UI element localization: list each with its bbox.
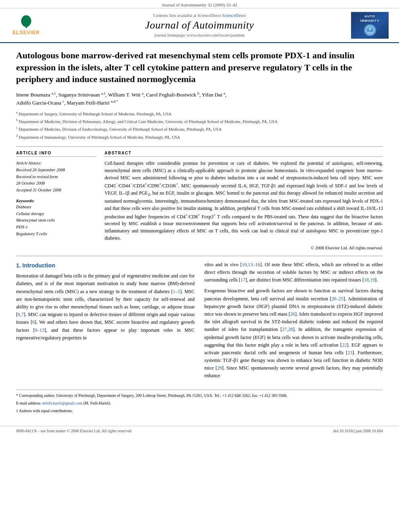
article-history: Article history: Received 26 September 2… xyxy=(16,160,97,194)
abstract-heading: ABSTRACT xyxy=(105,151,383,157)
fn-email-label: E-mail address: xyxy=(16,401,41,405)
ref-26[interactable]: 26 xyxy=(290,311,295,317)
abstract-column: ABSTRACT Cell-based therapies offer cons… xyxy=(105,151,383,250)
intro-para-2: vitro and in vivo [10,13–16]. Of note th… xyxy=(204,261,383,284)
article-info-heading: ARTICLE INFO xyxy=(16,151,97,157)
affil-a: a Department of Surgery, University of P… xyxy=(16,110,383,117)
ref-6-7[interactable]: 6,7 xyxy=(18,312,24,317)
copyright-text: 0896-8411/$ – see front matter © 2008 El… xyxy=(16,429,132,433)
kw-msc: Mesencymal stem cells xyxy=(16,217,97,224)
ref-8[interactable]: 8 xyxy=(32,319,35,325)
main-content: Autologous bone marrow-derived rat mesen… xyxy=(0,43,399,422)
intro-para-3: Exogenous bioactive and growth factors a… xyxy=(204,287,383,380)
intro-section-heading: 1. Introduction xyxy=(16,261,195,270)
article-info-column: ARTICLE INFO Article history: Received 2… xyxy=(16,151,97,250)
autoimmunity-icon xyxy=(365,25,375,35)
affil-d: d Department of Immunology, University o… xyxy=(16,134,383,141)
section-title: Introduction xyxy=(23,262,56,269)
affil-c: c Department of Medicine, Division of En… xyxy=(16,125,383,133)
intro-right-col: vitro and in vivo [10,13–16]. Of note th… xyxy=(204,261,383,383)
fn-corresponding-text: * Corresponding author. University of Pi… xyxy=(16,393,288,398)
fn-email: E-mail address: mfeili.hariri@gmail.com … xyxy=(16,400,383,407)
accepted-label: Accepted 31 October 2008 xyxy=(16,187,97,194)
elsevier-logo: ELSEVIER xyxy=(8,15,44,35)
divider-1 xyxy=(16,146,383,147)
autoimmunity-logo-area: AUTOIMMUNITY xyxy=(351,12,391,39)
keywords-block: Keywords: Diabetes Cellular therapy Mese… xyxy=(16,199,97,238)
doi-text: doi:10.1016/j.jaut.2008.10.004 xyxy=(333,429,383,433)
ref-18-19[interactable]: 18,19 xyxy=(364,277,375,283)
journal-ref: Journal of Autoimmunity 32 (2009) 33–42 xyxy=(162,2,237,7)
article-title: Autologous bone marrow-derived rat mesen… xyxy=(16,49,383,85)
history-label: Article history: xyxy=(16,160,97,167)
ref-17[interactable]: 17 xyxy=(241,277,245,283)
ref-23[interactable]: 23 xyxy=(348,350,352,355)
ref-22[interactable]: 22 xyxy=(342,342,347,348)
kw-cellular: Cellular therapy xyxy=(16,211,97,218)
autoimmunity-logo-circle xyxy=(364,24,376,36)
author-imene: Imene Boumaza a,1, Suganya Srinivasan a,… xyxy=(16,92,226,98)
ref-27-28[interactable]: 27,28 xyxy=(282,327,293,332)
kw-pdx1: PDX-1 xyxy=(16,224,97,231)
ref-20-25[interactable]: 20–25 xyxy=(331,296,343,302)
fn-email-link[interactable]: mfeili.hariri@gmail.com xyxy=(42,401,82,405)
journal-title: Journal of Autoimmunity xyxy=(48,19,351,31)
keywords-title: Keywords: xyxy=(16,199,97,203)
svg-point-5 xyxy=(369,27,371,30)
ref-1-5[interactable]: 1–5 xyxy=(173,289,180,294)
bottom-bar: 0896-8411/$ – see front matter © 2008 El… xyxy=(0,426,399,435)
introduction-section: 1. Introduction Restoration of damaged b… xyxy=(16,261,383,383)
received-label: Received 26 September 2008 xyxy=(16,167,97,174)
affil-b: b Department of Medicine, Division of Pu… xyxy=(16,118,383,125)
page: Journal of Autoimmunity 32 (2009) 33–42 … xyxy=(0,0,399,532)
sciencedirect-link[interactable]: ScienceDirect xyxy=(222,13,246,18)
article-info-abstract: ARTICLE INFO Article history: Received 2… xyxy=(16,151,383,250)
author-adolfo: Adolfo Garcia-Ocana c, Maryam Feili-Hari… xyxy=(16,100,118,106)
intro-left-col: 1. Introduction Restoration of damaged b… xyxy=(16,261,195,383)
authors: Imene Boumaza a,1, Suganya Srinivasan a,… xyxy=(16,91,383,107)
journal-center-info: Contents lists available at ScienceDirec… xyxy=(48,13,351,37)
kw-reg-t: Regulatory T cells xyxy=(16,231,97,238)
journal-topbar: Journal of Autoimmunity 32 (2009) 33–42 xyxy=(0,0,399,8)
affiliations: a Department of Surgery, University of P… xyxy=(16,110,383,141)
abstract-text: Cell-based therapies offer considerable … xyxy=(105,160,383,242)
sciencedirect-text: Contents lists available at ScienceDirec… xyxy=(153,13,221,18)
elsevier-name-label: ELSEVIER xyxy=(12,30,39,35)
svg-point-3 xyxy=(25,16,27,19)
footnotes: * Corresponding author. University of Pi… xyxy=(16,390,383,414)
sciencedirect-line: Contents lists available at ScienceDirec… xyxy=(48,13,351,18)
divider-2 xyxy=(16,256,383,256)
fn-corresponding: * Corresponding author. University of Pi… xyxy=(16,392,383,399)
ref-29[interactable]: 29 xyxy=(217,365,222,371)
ref-9-13[interactable]: 9–13 xyxy=(35,327,44,333)
autoimmunity-logo-text: AUTOIMMUNITY xyxy=(360,14,380,23)
ref-10-16[interactable]: 10,13–16 xyxy=(242,262,260,267)
elsevier-tree-icon xyxy=(15,15,37,29)
homepage-text: journal homepage: www.elsevier.com/locat… xyxy=(154,33,245,37)
revised-label: Received in revised form xyxy=(16,174,97,181)
homepage-line: journal homepage: www.elsevier.com/locat… xyxy=(48,33,351,37)
revised-date: 28 October 2008 xyxy=(16,180,97,187)
journal-header: ELSEVIER Contents lists available at Sci… xyxy=(0,8,399,43)
intro-para-1: Restoration of damaged beta cells is the… xyxy=(16,272,195,342)
fn-email-person: (M. Feili-Hariri). xyxy=(83,401,111,405)
abstract-copyright: © 2008 Elsevier Ltd. All rights reserved… xyxy=(105,245,383,250)
fn-equal-contrib: 1 Authors with equal contributions. xyxy=(16,408,383,414)
section-number: 1. xyxy=(16,262,21,269)
autoimmunity-logo: AUTOIMMUNITY xyxy=(351,12,389,39)
elsevier-logo-area: ELSEVIER xyxy=(8,15,48,35)
kw-diabetes: Diabetes xyxy=(16,204,97,211)
